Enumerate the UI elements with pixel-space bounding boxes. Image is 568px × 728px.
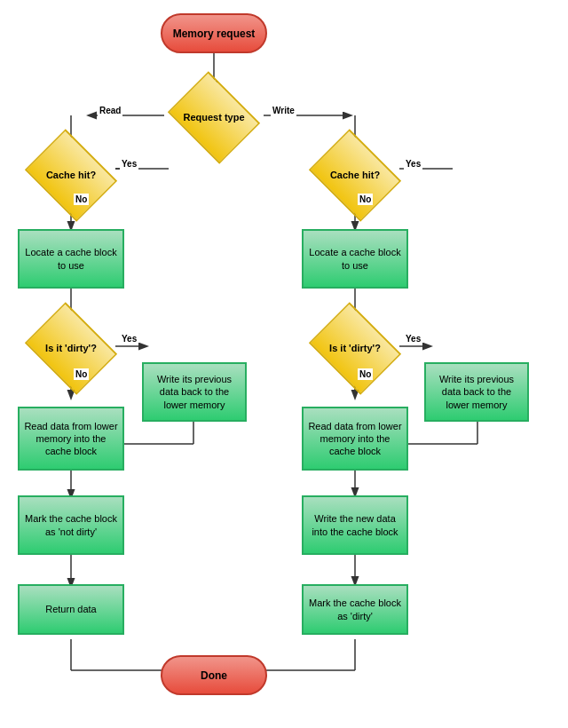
mark-dirty-label: Mark the cache block as 'dirty' bbox=[307, 597, 403, 622]
mark-not-dirty-node: Mark the cache block as 'not dirty' bbox=[18, 495, 124, 555]
write-new-data-label: Write the new data into the cache block bbox=[307, 512, 403, 538]
write-back-read-node: Write its previous data back to the lowe… bbox=[142, 362, 247, 422]
read-data-read-node: Read data from lower memory into the cac… bbox=[18, 407, 124, 471]
is-dirty-write-node: Is it 'dirty'? bbox=[306, 320, 404, 377]
locate-block-read-label: Locate a cache block to use bbox=[23, 246, 119, 272]
return-data-label: Return data bbox=[45, 603, 96, 615]
request-type-label: Request type bbox=[183, 111, 244, 123]
read-data-write-node: Read data from lower memory into the cac… bbox=[302, 407, 408, 471]
yes-label-dirty-read: Yes bbox=[120, 333, 138, 344]
write-back-read-label: Write its previous data back to the lowe… bbox=[147, 373, 241, 411]
write-label: Write bbox=[271, 105, 296, 116]
write-label-text: Write bbox=[272, 106, 295, 115]
yes-label-cache-hit-read: Yes bbox=[120, 158, 138, 170]
is-dirty-write-label: Is it 'dirty'? bbox=[329, 342, 381, 354]
done-node: Done bbox=[161, 655, 267, 695]
is-dirty-read-node: Is it 'dirty'? bbox=[22, 320, 120, 377]
no-label-dirty-write: No bbox=[358, 368, 373, 380]
cache-hit-write-node: Cache hit? bbox=[306, 146, 404, 204]
yes-label-cache-hit-write: Yes bbox=[404, 158, 422, 170]
cache-hit-read-label: Cache hit? bbox=[46, 169, 96, 181]
cache-hit-write-label: Cache hit? bbox=[330, 169, 380, 181]
request-type-node: Request type bbox=[165, 89, 263, 146]
mark-not-dirty-label: Mark the cache block as 'not dirty' bbox=[23, 512, 119, 538]
yes-label-dirty-write: Yes bbox=[404, 333, 422, 344]
write-back-write-label: Write its previous data back to the lowe… bbox=[430, 373, 524, 411]
read-data-write-label: Read data from lower memory into the cac… bbox=[307, 420, 403, 458]
memory-request-node: Memory request bbox=[161, 13, 267, 53]
no-label-cache-hit-read: No bbox=[74, 194, 89, 205]
write-new-data-node: Write the new data into the cache block bbox=[302, 495, 408, 555]
is-dirty-read-label: Is it 'dirty'? bbox=[45, 342, 97, 354]
no-label-cache-hit-write: No bbox=[358, 194, 373, 205]
mark-dirty-node: Mark the cache block as 'dirty' bbox=[302, 584, 408, 635]
write-back-write-node: Write its previous data back to the lowe… bbox=[424, 362, 529, 422]
locate-block-read-node: Locate a cache block to use bbox=[18, 229, 124, 289]
read-label-text: Read bbox=[99, 106, 121, 115]
locate-block-write-node: Locate a cache block to use bbox=[302, 229, 408, 289]
cache-hit-read-node: Cache hit? bbox=[22, 146, 120, 204]
done-label: Done bbox=[201, 669, 227, 682]
return-data-node: Return data bbox=[18, 584, 124, 635]
flowchart: Memory request Request type Read Write C… bbox=[0, 0, 568, 728]
read-data-read-label: Read data from lower memory into the cac… bbox=[23, 420, 119, 458]
read-label: Read bbox=[98, 105, 122, 116]
memory-request-label: Memory request bbox=[173, 28, 256, 40]
locate-block-write-label: Locate a cache block to use bbox=[307, 246, 403, 272]
no-label-dirty-read: No bbox=[74, 368, 89, 380]
